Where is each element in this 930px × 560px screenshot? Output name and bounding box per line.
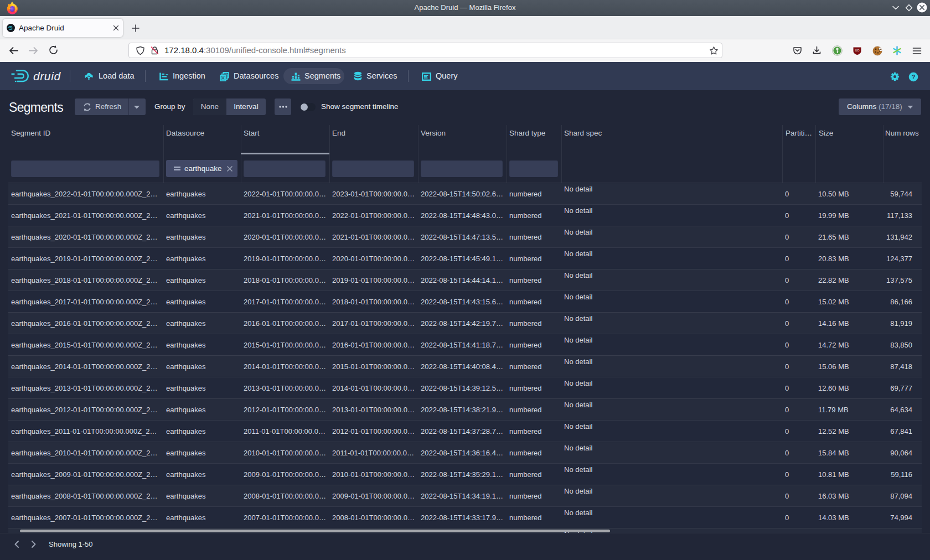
svg-text:?: ? <box>912 74 916 80</box>
svg-text:UO: UO <box>855 49 860 52</box>
